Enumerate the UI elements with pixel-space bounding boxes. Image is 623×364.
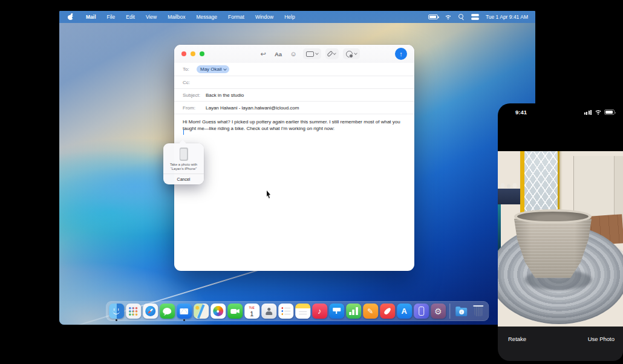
from-label: From:	[183, 105, 201, 111]
menu-item-message[interactable]: Message	[191, 11, 223, 23]
iphone-camera-panel: 9:41 Retake Use Photo	[498, 103, 623, 361]
cancel-button[interactable]: Cancel	[163, 176, 204, 183]
subject-label: Subject:	[183, 93, 201, 98]
send-button[interactable]: ↑	[395, 48, 407, 60]
iphone-icon	[180, 148, 188, 161]
to-field[interactable]: To: May Okail	[174, 63, 414, 76]
retake-button[interactable]: Retake	[508, 336, 526, 342]
dock-finder-icon[interactable]	[109, 304, 124, 319]
chevron-down-icon	[333, 51, 336, 55]
menu-bar: MailFileEditViewMailboxMessageFormatWind…	[59, 11, 535, 23]
menu-item-mailbox[interactable]: Mailbox	[162, 11, 191, 23]
dock-maps-icon[interactable]	[194, 304, 209, 319]
recipient-name: May Okail	[200, 67, 222, 72]
dock-contacts-icon[interactable]	[261, 304, 276, 319]
subject-value: Back in the studio	[206, 93, 244, 98]
photo-browser-icon	[306, 51, 314, 57]
menu-items: MailFileEditViewMailboxMessageFormatWind…	[80, 11, 301, 23]
dock-calendar-icon[interactable]: Tue1	[244, 304, 259, 319]
dock: Tue1♪✎A⚙	[106, 301, 489, 321]
apple-menu-icon[interactable]	[68, 14, 73, 20]
mac-display: MailFileEditViewMailboxMessageFormatWind…	[59, 11, 535, 325]
format-text-icon[interactable]: Aa	[273, 48, 284, 59]
from-field[interactable]: From: Layan Halwani - layan.halwani@iclo…	[174, 101, 414, 114]
teal-accent	[498, 204, 501, 253]
text-caret	[183, 129, 184, 135]
menu-item-file[interactable]: File	[102, 11, 121, 23]
dock-appstore-icon[interactable]: A	[397, 304, 412, 319]
compose-toolbar: ↩ Aa ☺	[258, 45, 360, 63]
dock-active-indicator	[116, 319, 117, 321]
popover-divider	[163, 174, 204, 174]
menu-clock[interactable]: Tue 1 Apr 9:41 AM	[486, 14, 528, 20]
mail-compose-window: ↩ Aa ☺ ↑ To: May Ok	[174, 45, 414, 271]
compose-titlebar: ↩ Aa ☺ ↑	[174, 45, 414, 63]
minimize-button[interactable]	[191, 51, 195, 56]
dock-pages-icon[interactable]: ✎	[363, 304, 378, 319]
dock-settings-icon[interactable]: ⚙	[431, 304, 446, 319]
menu-item-edit[interactable]: Edit	[120, 11, 140, 23]
chevron-down-icon	[315, 51, 319, 55]
menu-status-area: Tue 1 Apr 9:41 AM	[428, 14, 535, 20]
popover-title: Take a photo with “Layan’s iPhone”	[163, 163, 204, 172]
menu-left: MailFileEditViewMailboxMessageFormatWind…	[59, 11, 301, 23]
chevron-down-icon	[223, 67, 227, 71]
insert-from-iphone-button[interactable]	[343, 48, 360, 59]
menu-item-window[interactable]: Window	[250, 11, 279, 23]
dock-downloads-icon[interactable]	[454, 304, 469, 319]
insert-from-iphone-icon	[346, 51, 353, 57]
dock-launchpad-icon[interactable]	[126, 304, 141, 319]
control-center-icon[interactable]	[471, 14, 479, 20]
recipient-token[interactable]: May Okail	[197, 65, 229, 73]
menu-item-help[interactable]: Help	[279, 11, 300, 23]
undo-icon[interactable]: ↩	[258, 48, 269, 59]
dock-keynote-icon[interactable]	[329, 304, 344, 319]
photo-browser-button[interactable]	[303, 48, 321, 59]
to-label: To:	[183, 67, 192, 72]
dock-separator	[449, 304, 451, 319]
subject-field[interactable]: Subject: Back in the studio	[174, 88, 414, 101]
camera-preview	[498, 151, 623, 327]
traffic-lights	[174, 51, 204, 56]
continuity-camera-popover: Take a photo with “Layan’s iPhone” Cance…	[163, 143, 204, 184]
attachment-button[interactable]	[325, 48, 339, 59]
dock-active-indicator	[183, 319, 185, 321]
iphone-clock: 9:41	[515, 109, 527, 115]
cc-field[interactable]: Cc:	[174, 76, 414, 88]
iphone-status-bar: 9:41	[498, 103, 623, 124]
dock-messages-icon[interactable]	[160, 304, 175, 319]
from-value: Layan Halwani - layan.halwani@icloud.com	[206, 105, 299, 111]
cc-label: Cc:	[183, 80, 192, 85]
zoom-button[interactable]	[200, 51, 204, 56]
emoji-icon[interactable]: ☺	[288, 48, 299, 59]
dock-reminders-icon[interactable]	[278, 304, 293, 319]
dock-facetime-icon[interactable]	[227, 304, 243, 319]
dock-music-icon[interactable]: ♪	[312, 304, 327, 319]
dock-iphone-mirroring-icon[interactable]	[414, 304, 429, 319]
paperclip-icon	[327, 51, 333, 57]
battery-icon	[604, 109, 615, 115]
close-button[interactable]	[181, 51, 186, 56]
dock-photos-icon[interactable]	[210, 304, 226, 319]
camera-action-bar: Retake Use Photo	[498, 327, 623, 361]
clay-bowl-rim	[514, 209, 592, 224]
dock-numbers-icon[interactable]	[346, 304, 361, 319]
menu-item-view[interactable]: View	[140, 11, 162, 23]
dock-rocket-icon[interactable]	[380, 304, 395, 319]
search-icon[interactable]	[458, 14, 465, 20]
dock-notes-icon[interactable]	[295, 304, 310, 319]
dock-safari-icon[interactable]	[143, 304, 158, 319]
wifi-icon	[595, 109, 602, 115]
message-body[interactable]: Hi Mom! Guess what? I picked up pottery …	[174, 114, 414, 137]
use-photo-button[interactable]: Use Photo	[588, 336, 615, 342]
cellular-signal-icon	[584, 110, 592, 115]
battery-icon[interactable]	[428, 15, 438, 19]
dock-trash-icon[interactable]	[471, 304, 486, 319]
wifi-icon[interactable]	[445, 15, 452, 20]
chevron-down-icon	[354, 51, 357, 55]
menu-item-mail[interactable]: Mail	[80, 11, 102, 23]
dock-mail-icon[interactable]	[177, 304, 192, 319]
menu-item-format[interactable]: Format	[223, 11, 250, 23]
